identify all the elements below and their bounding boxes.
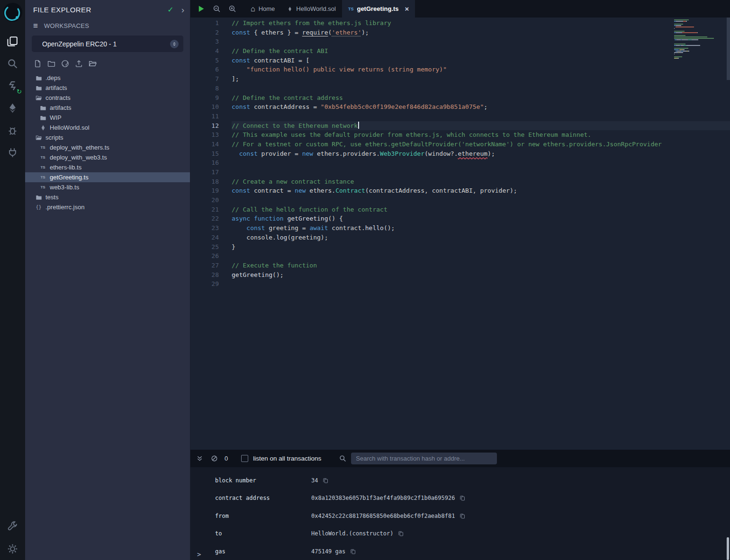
file-explorer-icon[interactable] <box>0 30 25 53</box>
debugger-icon[interactable] <box>0 119 25 142</box>
file-tree-item[interactable]: TSgetGreeting.ts <box>25 172 190 182</box>
copy-icon[interactable] <box>350 549 356 554</box>
file-tree-item[interactable]: TSdeploy_with_web3.ts <box>25 152 190 162</box>
code-line: console.log(greeting); <box>232 233 730 242</box>
workspace-switch-icon[interactable] <box>170 40 179 48</box>
tools-icon[interactable] <box>0 516 25 538</box>
code-editor: 1234567891011121314151617181920212223242… <box>190 18 730 450</box>
tab-getgreeting-ts[interactable]: TSgetGreeting.ts× <box>342 0 415 18</box>
file-tree-item[interactable]: TSethers-lib.ts <box>25 162 190 172</box>
file-tree-item[interactable]: {}.prettierrc.json <box>25 202 190 212</box>
minimap[interactable] <box>674 19 725 60</box>
file-tree-item[interactable]: HelloWorld.sol <box>25 123 190 133</box>
run-script-button[interactable] <box>197 5 206 13</box>
file-name: .prettierrc.json <box>45 204 84 211</box>
terminal-scrollbar-thumb[interactable] <box>727 537 729 560</box>
editor-scrollbar[interactable] <box>727 18 730 450</box>
detail-value: 0x42452c22c88178685850e68beb6cf0f2aeab8f… <box>311 513 455 519</box>
line-number: 6 <box>190 65 219 74</box>
pending-tx-count: 0 <box>225 455 228 462</box>
minimap-line <box>674 59 725 60</box>
ts-icon: TS <box>348 7 354 11</box>
code-line <box>232 279 730 289</box>
zoom-in-button[interactable] <box>228 5 237 13</box>
file-tree-item[interactable]: artifacts <box>25 83 190 93</box>
line-number: 18 <box>190 177 219 187</box>
file-tree-item[interactable]: TSdeploy_with_ethers.ts <box>25 142 190 152</box>
file-tree-item[interactable]: artifacts <box>25 103 190 113</box>
solidity-compiler-icon[interactable]: ↻ <box>0 75 25 97</box>
code-line: // Call the hello function of the contra… <box>232 205 730 214</box>
copy-icon[interactable] <box>323 478 328 483</box>
folderopen-icon <box>35 134 42 141</box>
file-name: WIP <box>50 114 62 121</box>
new-folder-icon[interactable] <box>47 59 55 68</box>
tab-helloworld-sol[interactable]: HelloWorld.sol <box>281 0 342 18</box>
line-number: 23 <box>190 223 219 233</box>
code-line: const contractAddress = "0xb54febb5c0c0f… <box>232 102 730 112</box>
copy-icon[interactable] <box>398 531 404 536</box>
code-line: // Define the contract address <box>232 93 730 103</box>
transaction-details: block number34contract address0x8a120383… <box>190 467 730 560</box>
collapse-terminal-icon[interactable] <box>196 455 203 462</box>
settings-gear-icon[interactable] <box>0 538 25 560</box>
sol-icon <box>39 124 46 131</box>
terminal-prompt[interactable]: > <box>197 551 201 558</box>
file-name: ethers-lib.ts <box>50 164 81 171</box>
file-name: .deps <box>45 74 61 81</box>
check-icon: ✓ <box>167 5 173 14</box>
deploy-run-icon[interactable] <box>0 97 25 119</box>
plugin-manager-icon[interactable] <box>0 142 25 164</box>
detail-value: HelloWorld.(constructor) <box>311 530 393 537</box>
line-number: 3 <box>190 37 219 46</box>
activity-bar-bottom <box>0 516 25 560</box>
file-tree-item[interactable]: .deps <box>25 73 190 83</box>
file-explorer-actions <box>25 52 190 71</box>
clear-console-icon[interactable] <box>211 455 218 462</box>
code-line: const greeting = await contract.hello(); <box>232 223 730 233</box>
close-icon[interactable]: × <box>405 5 409 12</box>
file-tree-item[interactable]: WIP <box>25 113 190 123</box>
chevron-right-icon[interactable]: › <box>181 5 184 14</box>
load-folder-icon[interactable] <box>88 59 97 68</box>
code-line: ]; <box>232 74 730 84</box>
tabs: ⌂HomeHelloWorld.solTSgetGreeting.ts× <box>244 0 415 18</box>
editor-scrollbar-thumb[interactable] <box>727 18 730 80</box>
file-name: artifacts <box>45 84 67 91</box>
line-number: 19 <box>190 186 219 196</box>
transaction-detail-row: from0x42452c22c88178685850e68beb6cf0f2ae… <box>190 507 730 525</box>
terminal-search-input[interactable] <box>351 453 497 464</box>
copy-icon[interactable] <box>460 513 465 519</box>
zoom-out-button[interactable] <box>213 5 221 13</box>
line-number: 29 <box>190 279 219 289</box>
code-area[interactable]: // Import ethers from the ethers.js libr… <box>220 18 730 450</box>
code-line: // This example uses the default provide… <box>232 130 730 140</box>
search-icon[interactable] <box>0 53 25 75</box>
file-tree-item[interactable]: scripts <box>25 133 190 142</box>
workspace-select[interactable]: OpenZeppelin ERC20 - 1 <box>32 36 183 52</box>
remix-logo-icon[interactable] <box>2 2 23 23</box>
file-tree-item[interactable]: tests <box>25 192 190 202</box>
detail-value: 0x8a120383e6057b1f3aef4fa9b89c2f1b0a6959… <box>311 495 455 501</box>
tab-home[interactable]: ⌂Home <box>244 0 281 18</box>
code-line: // Import ethers from the ethers.js libr… <box>232 18 730 28</box>
code-line <box>232 196 730 205</box>
file-tree-item[interactable]: contracts <box>25 93 190 103</box>
transaction-detail-row: block number34 <box>190 471 730 489</box>
copy-icon[interactable] <box>460 495 465 501</box>
file-tree: .depsartifactscontractsartifactsWIPHello… <box>25 73 190 212</box>
publish-icon[interactable] <box>74 59 83 68</box>
tab-label: Home <box>259 5 275 12</box>
transaction-detail-row: gas475149 gas <box>190 542 730 560</box>
hamburger-icon[interactable]: ≡ <box>33 22 38 30</box>
listen-checkbox[interactable] <box>241 455 248 462</box>
github-icon[interactable] <box>61 59 69 68</box>
file-tree-item[interactable]: TSweb3-lib.ts <box>25 182 190 192</box>
detail-label: to <box>215 530 311 537</box>
line-number: 8 <box>190 84 219 93</box>
line-number: 12 <box>190 121 219 131</box>
line-number: 26 <box>190 251 219 261</box>
transaction-detail-row: contract address0x8a120383e6057b1f3aef4f… <box>190 489 730 507</box>
new-file-icon[interactable] <box>33 59 42 68</box>
code-line: const contractABI = [ <box>232 56 730 65</box>
